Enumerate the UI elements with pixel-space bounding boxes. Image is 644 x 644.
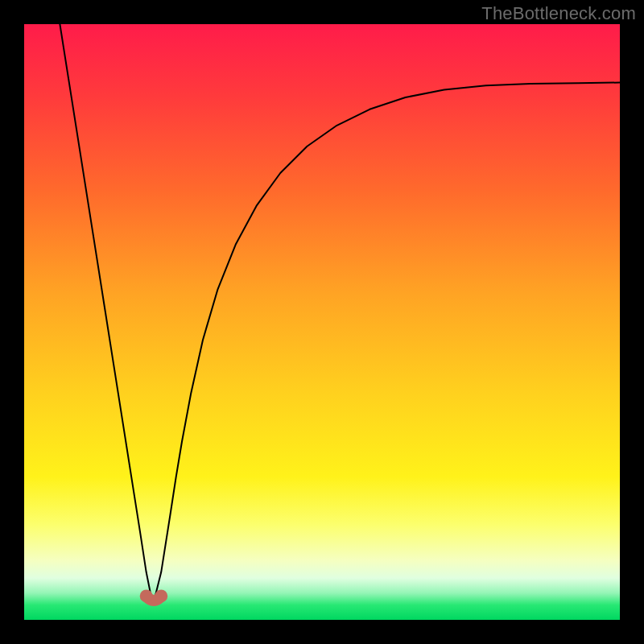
left-joint-marker	[140, 589, 153, 602]
chart-frame: TheBottleneck.com	[0, 0, 644, 644]
right-joint-marker	[155, 589, 167, 602]
bottleneck-plot	[24, 24, 620, 620]
watermark-text: TheBottleneck.com	[481, 3, 636, 24]
gradient-background	[24, 24, 620, 620]
